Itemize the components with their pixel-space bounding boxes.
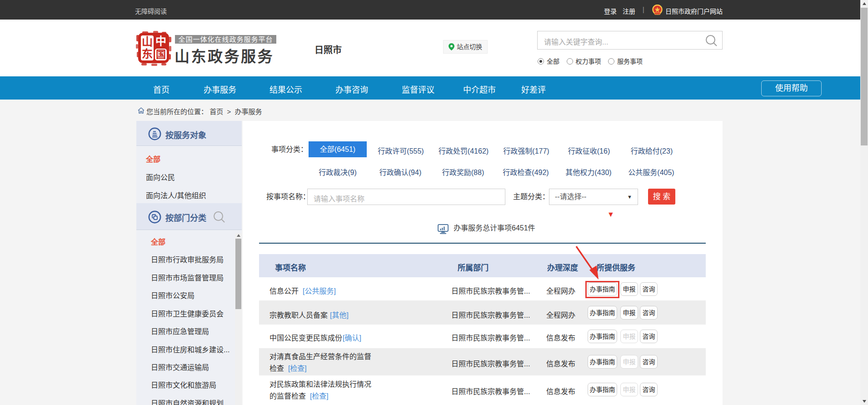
svg-text:东: 东	[142, 48, 153, 60]
svg-text:中: 中	[155, 35, 166, 47]
svg-text:山: 山	[142, 35, 153, 48]
svg-text:国: 国	[156, 49, 166, 60]
